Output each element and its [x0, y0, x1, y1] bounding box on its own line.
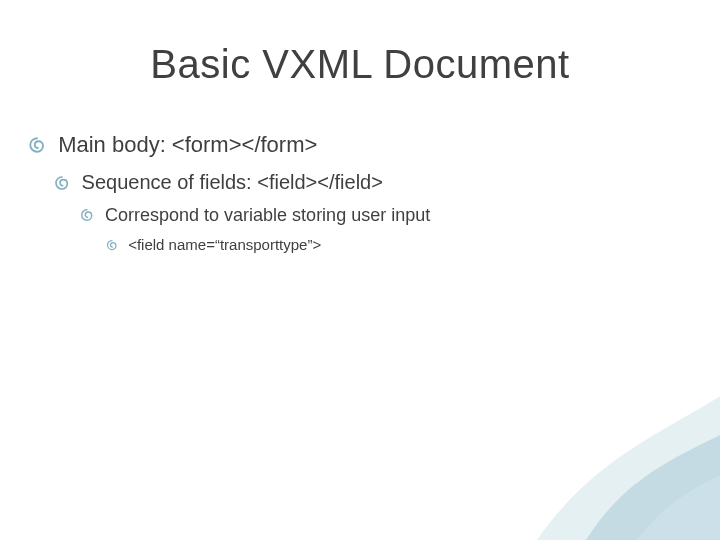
slide-title: Basic VXML Document — [0, 42, 720, 87]
bullet-level-1: Main body: <form></form> — [28, 130, 692, 159]
decorative-swoosh-icon — [470, 350, 720, 540]
slide-body: Main body: <form></form> Sequence of fie… — [28, 130, 692, 262]
slide: Basic VXML Document Main body: <form></f… — [0, 0, 720, 540]
swirl-bullet-icon — [106, 239, 118, 251]
bullet-level-3: Correspond to variable storing user inpu… — [80, 203, 692, 227]
swirl-bullet-icon — [28, 136, 46, 154]
bullet-text: Correspond to variable storing user inpu… — [105, 205, 430, 225]
bullet-level-4: <field name=“transporttype”> — [106, 235, 692, 254]
bullet-text: Sequence of fields: <field></field> — [82, 171, 383, 193]
swirl-bullet-icon — [80, 208, 94, 222]
bullet-level-2: Sequence of fields: <field></field> — [54, 169, 692, 195]
bullet-text: Main body: <form></form> — [58, 132, 317, 157]
swirl-bullet-icon — [54, 175, 70, 191]
bullet-text: <field name=“transporttype”> — [128, 235, 321, 252]
